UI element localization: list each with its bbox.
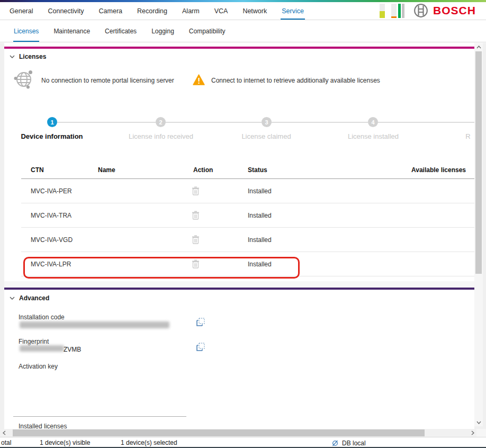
devices-selected-status: 1 device(s) selected [121,439,177,446]
step-1-circle: 1 [47,117,57,127]
col-header-name: Name [98,166,115,174]
col-header-status: Status [248,166,267,174]
devices-visible-status: 1 device(s) visible [40,439,90,446]
fingerprint-visible-suffix: ZVMB [64,346,81,353]
step-4-circle: 4 [368,117,378,127]
table-row[interactable]: MVC-IVA-VGD Installed [21,228,474,252]
licenses-section-title: Licenses [19,53,46,60]
gauge-1 [380,4,385,18]
installed-licenses-label-clipped: Installed licenses [19,423,124,428]
step-2-circle: 2 [156,117,166,127]
horizontal-scrollbar[interactable] [0,429,476,437]
trash-icon [192,259,200,268]
total-count-clipped: otal [1,439,11,446]
content-area: Licenses No connection to remote portal … [0,43,486,429]
activation-key-field[interactable] [13,416,186,417]
ctn-cell: MVC-IVA-LPR [31,252,71,276]
trash-icon [192,211,200,220]
bosch-anchor-icon [413,3,428,18]
scroll-left-button[interactable] [0,429,8,437]
status-cell: Installed [248,228,272,252]
step-connector [165,122,262,123]
section-divider-purple [4,288,474,290]
licenses-panel: Licenses No connection to remote portal … [4,43,474,429]
delete-license-button[interactable] [192,259,200,270]
tab-network[interactable]: Network [235,2,274,20]
subtab-maintenance[interactable]: Maintenance [46,20,97,42]
tab-service[interactable]: Service [274,2,311,20]
table-row-highlighted[interactable]: MVC-IVA-LPR Installed [21,252,474,276]
scroll-down-button[interactable] [474,418,483,426]
gauge-4 [402,4,404,18]
trash-icon [192,235,200,244]
step-connector [57,122,156,123]
table-row[interactable]: MVC-IVA-TRA Installed [21,203,474,228]
advanced-section-header[interactable]: Advanced [10,294,49,302]
connection-status-message: No connection to remote portal licensing… [41,77,174,84]
db-status: DB local [331,439,366,447]
chevron-down-icon [10,297,15,300]
app-window: General Connectivity Camera Recording Al… [0,0,486,448]
vertical-scrollbar[interactable] [474,43,483,426]
step-2-label: License info received [123,132,199,140]
warning-icon [193,74,205,87]
ctn-cell: MVC-IVA-PER [31,179,72,203]
section-divider-magenta [4,47,474,49]
step-connector [271,122,368,123]
copy-icon [196,343,205,351]
delete-license-button[interactable] [192,235,200,246]
subtab-logging[interactable]: Logging [144,20,182,42]
tab-camera[interactable]: Camera [92,2,130,20]
tab-alarm[interactable]: Alarm [175,2,207,20]
gauge-2 [391,4,397,18]
activation-key-label: Activation key [19,363,58,370]
advanced-section-title: Advanced [19,294,49,302]
scroll-up-button[interactable] [474,43,483,51]
step-5-label-clipped: R [463,132,473,140]
portal-globe-icon [12,67,36,93]
status-bar: otal 1 device(s) visible 1 device(s) sel… [0,437,486,448]
scroll-right-button[interactable] [469,429,476,437]
tab-vca[interactable]: VCA [207,2,236,20]
db-connection-icon [331,439,339,447]
license-table: CTN Name Action Status Available license… [21,162,474,276]
subtab-certificates[interactable]: Certificates [97,20,144,42]
delete-license-button[interactable] [192,211,200,221]
section-gap [4,281,474,288]
warning-message: Connect to internet to retrieve addition… [211,77,380,84]
installation-code-label: Installation code [19,313,65,321]
vertical-scrollbar-thumb[interactable] [475,51,482,274]
gauge-3 [398,4,401,18]
tab-general[interactable]: General [2,2,40,20]
fingerprint-redacted [20,345,64,352]
delete-license-button[interactable] [192,186,200,197]
license-table-header: CTN Name Action Status Available license… [21,162,474,179]
bosch-logo: BOSCH [413,3,476,18]
step-connector [377,122,474,123]
copy-installation-code-button[interactable] [196,318,205,328]
tab-connectivity[interactable]: Connectivity [40,2,91,20]
col-header-action: Action [193,166,213,174]
ctn-cell: MVC-IVA-VGD [31,228,73,252]
col-header-ctn: CTN [31,166,44,174]
subtab-licenses[interactable]: Licenses [6,20,46,42]
tab-recording[interactable]: Recording [130,2,175,20]
copy-fingerprint-button[interactable] [196,343,205,353]
gauge-1-fill [380,11,385,18]
service-sub-tab-bar: Licenses Maintenance Certificates Loggin… [0,20,486,42]
step-3-circle: 3 [262,117,272,127]
step-3-label: License claimed [240,132,293,140]
copy-icon [196,318,205,326]
horizontal-scrollbar-thumb[interactable] [13,429,425,436]
db-status-label: DB local [342,440,366,447]
gauge-2-fill [391,16,397,18]
licenses-section-header[interactable]: Licenses [10,53,46,60]
ctn-cell: MVC-IVA-TRA [31,203,71,228]
status-cell: Installed [248,179,272,203]
scrollbar-corner [476,429,486,437]
status-cell: Installed [248,203,272,228]
subtab-compatibility[interactable]: Compatibility [182,20,233,42]
installation-code-redacted [20,321,169,328]
step-1-label: Device information [16,132,88,140]
table-row[interactable]: MVC-IVA-PER Installed [21,179,474,203]
